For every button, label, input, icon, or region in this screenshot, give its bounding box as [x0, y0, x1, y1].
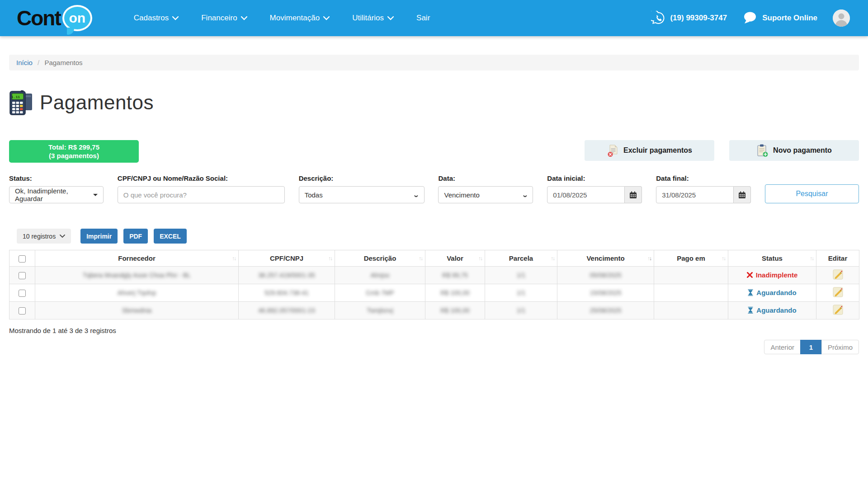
chevron-down-icon [241, 16, 247, 20]
whatsapp-contact[interactable]: (19) 99309-3747 [651, 11, 727, 25]
status-badge: Aguardando [748, 289, 796, 296]
showing-records-text: Mostrando de 1 até 3 de 3 registros [9, 327, 859, 334]
col-descricao[interactable]: Descrição↑↓ [335, 250, 425, 267]
pagination-next[interactable]: Próximo [821, 340, 859, 354]
support-label: Suporte Online [762, 14, 817, 23]
edit-note-icon [833, 269, 843, 280]
select-all-checkbox[interactable] [19, 255, 26, 263]
support-online[interactable]: Suporte Online [742, 11, 817, 25]
data-select[interactable]: Vencimento ⌄ [438, 186, 533, 203]
print-button[interactable]: Imprimir [80, 229, 118, 244]
pesquisar-button[interactable]: Pesquisar [765, 184, 859, 203]
data-final-input[interactable] [656, 186, 734, 203]
data-label: Data: [438, 174, 533, 182]
calendar-icon [629, 191, 637, 199]
row-checkbox[interactable] [19, 307, 26, 314]
data-inicial-calendar-button[interactable] [625, 186, 642, 203]
top-navbar: Cont on Cadastros Financeiro Movimentaçã… [0, 0, 868, 36]
vencimento-cell-redacted: 25/08/2025 [590, 307, 621, 314]
fornecedor-cell-redacted: Tqbera Mvandgly Asoe Choa Plnr - BL [83, 272, 191, 279]
data-inicial-input[interactable] [547, 186, 625, 203]
menu-item-cadastros[interactable]: Cadastros [134, 14, 179, 23]
breadcrumb-current: Pagamentos [44, 59, 82, 66]
table-row: Ahverj Tqvlnp 529.604.738-41 Cmb 7MP R$ … [9, 284, 859, 302]
edit-row-button[interactable] [832, 286, 844, 300]
new-document-icon [756, 144, 769, 157]
menu-item-utilitarios[interactable]: Utilitários [352, 14, 394, 23]
person-icon [833, 9, 850, 27]
sort-icon[interactable]: ↑↓ [722, 255, 725, 262]
descricao-select[interactable]: Todas ⌄ [299, 186, 425, 203]
logo-text-cont: Cont [17, 6, 61, 30]
valor-cell-redacted: R$ 100,00 [440, 307, 470, 314]
valor-cell-redacted: R$ 100,00 [440, 289, 470, 296]
chevron-down-icon [323, 16, 330, 20]
sort-icon[interactable]: ↑↓ [478, 255, 482, 262]
hourglass-icon [748, 307, 753, 314]
excel-button[interactable]: EXCEL [154, 229, 187, 244]
delete-document-icon [607, 144, 619, 157]
menu-item-movimentacao[interactable]: Movimentação [270, 14, 330, 23]
col-status[interactable]: Status↑↓ [728, 250, 816, 267]
filter-data-inicial: Data inicial: [547, 174, 642, 203]
fornecedor-cell-redacted: Ahverj Tqvlnp [118, 289, 156, 296]
status-dropdown[interactable]: Ok, Inadimplente, Aguardar [9, 186, 104, 203]
select-all-header [9, 250, 35, 267]
sort-icon-active[interactable]: ↑↓ [647, 255, 651, 262]
sort-icon[interactable]: ↑↓ [551, 255, 554, 262]
breadcrumb-home-link[interactable]: Início [16, 59, 33, 66]
status-label: Status: [9, 174, 104, 182]
edit-row-button[interactable] [832, 304, 844, 317]
vencimento-cell-redacted: 05/08/2025 [590, 272, 621, 279]
user-avatar[interactable] [833, 9, 850, 27]
col-editar: Editar [816, 250, 859, 267]
pdf-button[interactable]: PDF [123, 229, 148, 244]
navbar-right: (19) 99309-3747 Suporte Online [651, 9, 850, 27]
data-inicial-label: Data inicial: [547, 174, 642, 182]
caret-down-icon [93, 194, 98, 196]
delete-payments-button[interactable]: Excluir pagamentos [585, 140, 714, 161]
menu-item-sair[interactable]: Sair [416, 14, 430, 23]
edit-row-button[interactable] [832, 268, 844, 282]
filter-data-final: Data final: [656, 174, 751, 203]
title-row: 1.11 Pagamentos [9, 89, 859, 116]
col-parcela[interactable]: Parcela↑↓ [485, 250, 557, 267]
chevron-down-icon [172, 16, 179, 20]
export-buttons: Imprimir PDF EXCEL [80, 229, 187, 244]
vencimento-cell-redacted: 15/08/2025 [590, 289, 621, 296]
data-final-calendar-button[interactable] [734, 186, 751, 203]
chevron-down-icon: ⌄ [521, 192, 528, 198]
sort-icon[interactable]: ↑↓ [328, 255, 332, 262]
filter-submit: Pesquisar [765, 184, 859, 203]
sort-icon[interactable]: ↑↓ [810, 255, 813, 262]
row-checkbox[interactable] [19, 272, 26, 279]
action-buttons: Excluir pagamentos Novo pagamento [585, 140, 859, 161]
col-fornecedor[interactable]: Fornecedor↑↓ [35, 250, 239, 267]
pagination-wrap: Anterior 1 Próximo [9, 340, 859, 354]
col-vencimento[interactable]: Vencimento↑↓ [557, 250, 654, 267]
filter-status: Status: Ok, Inadimplente, Aguardar [9, 174, 104, 203]
chevron-down-icon: ⌄ [413, 192, 420, 198]
descricao-cell-redacted: Cmb 7MP [366, 289, 394, 296]
search-input[interactable] [118, 186, 285, 203]
table-controls: 10 registros Imprimir PDF EXCEL [9, 229, 859, 244]
sort-icon[interactable]: ↑↓ [419, 255, 422, 262]
descricao-cell-redacted: Almjso [370, 272, 389, 279]
conton-logo[interactable]: Cont on [17, 5, 92, 31]
filter-data: Data: Vencimento ⌄ [438, 174, 533, 203]
row-checkbox[interactable] [19, 290, 26, 297]
col-pago-em[interactable]: Pago em↑↓ [654, 250, 728, 267]
col-cpf-cnpj[interactable]: CPF/CNPJ↑↓ [239, 250, 335, 267]
sort-icon[interactable]: ↑↓ [232, 255, 236, 262]
logo-bubble: on [62, 5, 92, 31]
total-count: (3 pagamentos) [13, 151, 135, 160]
table-header-row: Fornecedor↑↓ CPF/CNPJ↑↓ Descrição↑↓ Valo… [9, 250, 859, 267]
menu-item-financeiro[interactable]: Financeiro [201, 14, 247, 23]
new-payment-button[interactable]: Novo pagamento [729, 140, 859, 161]
main-menu: Cadastros Financeiro Movimentação Utilit… [134, 14, 430, 23]
pagination-prev[interactable]: Anterior [764, 340, 801, 354]
col-valor[interactable]: Valor↑↓ [425, 250, 485, 267]
payment-terminal-icon: 1.11 [9, 89, 33, 116]
pagination-page-1[interactable]: 1 [800, 340, 822, 354]
page-size-select[interactable]: 10 registros [17, 229, 71, 244]
